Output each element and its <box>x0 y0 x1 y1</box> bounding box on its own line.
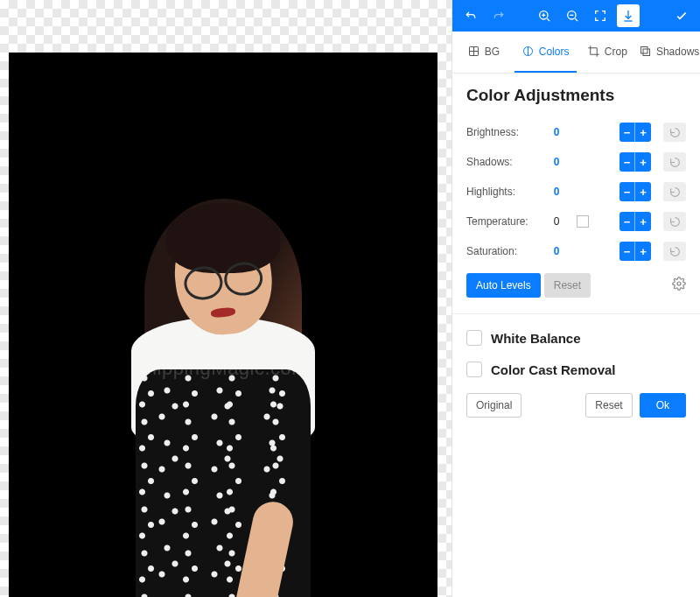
svg-rect-4 <box>640 47 648 54</box>
saturation-value: 0 <box>543 245 570 257</box>
brightness-value: 0 <box>543 126 570 138</box>
temperature-minus-button[interactable]: − <box>620 212 635 231</box>
tab-shadows[interactable]: Shadows <box>638 32 700 73</box>
temperature-plus-button[interactable]: + <box>635 212 651 231</box>
shadows-value: 0 <box>543 156 570 168</box>
saturation-reset-button[interactable] <box>663 242 686 261</box>
highlights-label: Highlights: <box>466 186 536 198</box>
tab-crop-label: Crop <box>605 46 627 58</box>
side-panel: BG Colors Crop Shadows Color Adjustments… <box>452 0 700 597</box>
image-preview: ClippingMagic.com <box>9 53 438 597</box>
temperature-reset-button[interactable] <box>663 212 686 231</box>
highlights-minus-button[interactable]: − <box>620 182 635 201</box>
ok-button[interactable]: Ok <box>640 393 686 418</box>
svg-rect-5 <box>643 49 650 56</box>
shadows-reset-button[interactable] <box>663 152 686 172</box>
color-cast-checkbox[interactable] <box>466 362 482 377</box>
brightness-plus-button[interactable]: + <box>635 123 651 142</box>
shadows-plus-button[interactable]: + <box>635 152 651 172</box>
canvas-area[interactable]: ClippingMagic.com <box>0 0 452 597</box>
confirm-icon[interactable] <box>670 4 693 27</box>
shadows-row: Shadows: 0 − + <box>466 147 686 177</box>
reset-levels-button[interactable]: Reset <box>544 273 591 298</box>
highlights-plus-button[interactable]: + <box>635 182 651 201</box>
zoom-out-icon[interactable] <box>561 4 584 27</box>
highlights-reset-button[interactable] <box>663 182 686 201</box>
temperature-swatch[interactable] <box>577 215 589 228</box>
brightness-label: Brightness: <box>466 126 536 138</box>
shadows-minus-button[interactable]: − <box>620 152 635 172</box>
brightness-reset-button[interactable] <box>663 123 686 142</box>
topbar <box>452 0 700 32</box>
tabs: BG Colors Crop Shadows <box>452 32 700 74</box>
saturation-minus-button[interactable]: − <box>620 242 635 261</box>
brightness-row: Brightness: 0 − + <box>466 117 686 147</box>
highlights-value: 0 <box>543 186 570 198</box>
tab-bg-label: BG <box>485 46 500 58</box>
saturation-row: Saturation: 0 − + <box>466 236 686 266</box>
white-balance-label: White Balance <box>491 331 581 346</box>
color-cast-label: Color Cast Removal <box>491 362 616 377</box>
undo-icon[interactable] <box>459 4 482 27</box>
highlights-row: Highlights: 0 − + <box>466 177 686 207</box>
svg-point-6 <box>677 282 681 285</box>
temperature-value: 0 <box>543 215 570 228</box>
brightness-minus-button[interactable]: − <box>620 123 635 142</box>
white-balance-checkbox[interactable] <box>466 330 482 346</box>
saturation-plus-button[interactable]: + <box>635 242 651 261</box>
saturation-label: Saturation: <box>466 245 536 257</box>
download-icon[interactable] <box>617 4 640 27</box>
shadows-label: Shadows: <box>466 156 536 168</box>
tab-shadows-label: Shadows <box>656 46 699 58</box>
fit-icon[interactable] <box>589 4 612 27</box>
original-button[interactable]: Original <box>466 393 522 418</box>
temperature-row: Temperature: 0 − + <box>466 207 686 236</box>
settings-gear-icon[interactable] <box>672 277 686 294</box>
temperature-label: Temperature: <box>466 215 536 228</box>
zoom-in-icon[interactable] <box>533 4 556 27</box>
tab-colors[interactable]: Colors <box>514 32 577 73</box>
tab-crop[interactable]: Crop <box>577 32 639 73</box>
tab-colors-label: Colors <box>539 46 570 58</box>
tab-bg[interactable]: BG <box>452 32 514 73</box>
panel-title: Color Adjustments <box>466 86 686 105</box>
auto-levels-button[interactable]: Auto Levels <box>466 273 541 298</box>
redo-icon[interactable] <box>487 4 510 27</box>
reset-button[interactable]: Reset <box>585 393 632 418</box>
